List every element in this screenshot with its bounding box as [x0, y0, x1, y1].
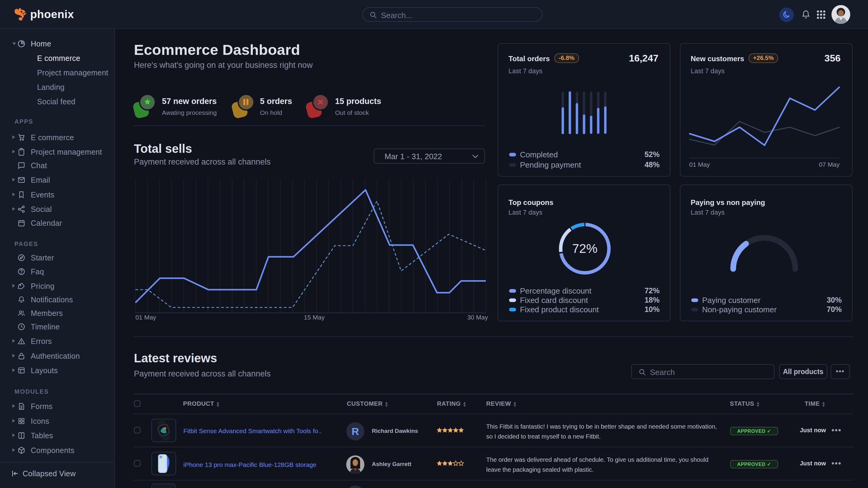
- svg-text:07 May: 07 May: [819, 161, 840, 168]
- svg-text:01 May: 01 May: [689, 161, 710, 168]
- svg-text:01 May: 01 May: [135, 314, 156, 321]
- svg-text:72%: 72%: [572, 241, 597, 256]
- svg-text:30 May: 30 May: [467, 314, 488, 321]
- svg-text:15 May: 15 May: [304, 314, 325, 321]
